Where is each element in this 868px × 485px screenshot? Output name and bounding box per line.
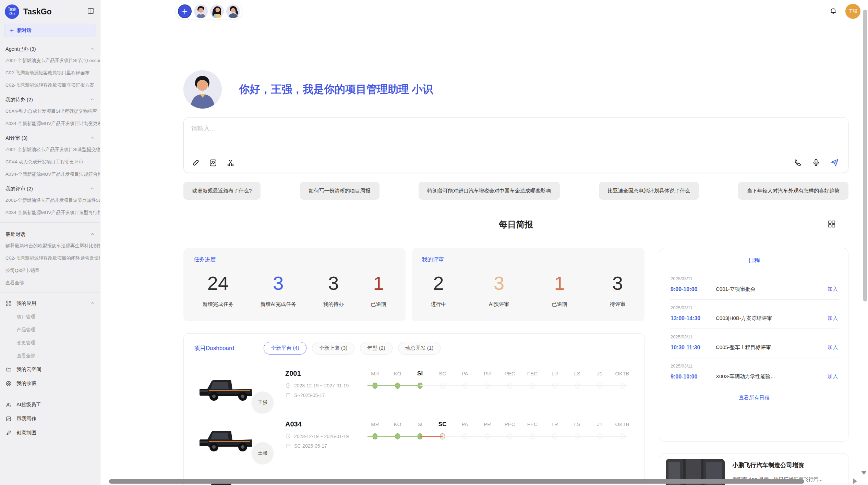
- sidebar-item-my-apps[interactable]: 我的应用: [0, 296, 100, 310]
- view-all-apps-link[interactable]: 查看全部...: [0, 349, 100, 362]
- sidebar-conversation-item[interactable]: Z001-全新燃油轻卡产品开发项目SI造型提交物评审: [0, 144, 100, 156]
- milestone-label: J1: [597, 370, 603, 378]
- recent-chat-item[interactable]: 公司Q3轻卡销量: [0, 264, 100, 277]
- sidebar-conversation-item[interactable]: A034-全新新能源MUV产品开发项目法规符合性评审: [0, 168, 100, 181]
- sidebar-conversation-item[interactable]: A034-全新新能源MUV产品开发项目造型可行性评审: [0, 207, 100, 219]
- app-link[interactable]: 产品管理: [0, 323, 100, 336]
- sidebar-item-cloud-space[interactable]: 我的云空间: [0, 362, 100, 376]
- milestone-track-inner: MRKOSISCPAPRPECFECLRLSJ1OKTB: [375, 420, 622, 449]
- stat-value: 1: [552, 274, 567, 293]
- sidebar-conversation-item[interactable]: C0X4-动力总成开发项目SI里程碑提交物检查: [0, 105, 100, 117]
- milestone-track: MRKOSISCPAPRPECFECLRLSJ1OKTB: [370, 369, 634, 398]
- dashboard-tab[interactable]: 年型 (2): [360, 342, 393, 355]
- sidebar-collapse-icon[interactable]: [87, 7, 95, 16]
- milestone-line-done: [367, 385, 420, 386]
- stats-row: 任务进度 24新增完成任务3新增AI完成任务3我的待办1已逾期 我的评审 2进行…: [183, 248, 644, 321]
- section-title: Agent已办 (3): [5, 46, 90, 52]
- sidebar-section-header[interactable]: 我的待办 (2): [0, 91, 100, 105]
- chevron-up-icon: [90, 46, 95, 52]
- user-avatar[interactable]: 王强: [845, 4, 860, 19]
- sidebar-item-favorites[interactable]: 我的收藏: [0, 376, 100, 390]
- workspace-avatar-1[interactable]: [194, 4, 208, 18]
- add-workspace-button[interactable]: [178, 4, 192, 18]
- suggestion-chip[interactable]: 当下年轻人对汽车外观有怎样的喜好趋势: [738, 182, 848, 200]
- stat-value: 3: [610, 274, 625, 293]
- app-title: TaskGo: [23, 7, 87, 16]
- send-icon[interactable]: [830, 158, 839, 167]
- sidebar-conversation-item[interactable]: A034-全新新能源MUV产品开发项目计划变更表编写: [0, 117, 100, 130]
- task-progress-title: 任务进度: [194, 256, 395, 263]
- stat-label: 已逾期: [552, 301, 567, 308]
- vertical-scrollbar[interactable]: [863, 10, 867, 301]
- suggestion-chip[interactable]: 欧洲新规最近颁布了什么?: [183, 182, 261, 200]
- project-owner-badge: 王强: [252, 391, 274, 413]
- image-icon[interactable]: [209, 159, 217, 167]
- milestone-line-done: [367, 436, 420, 437]
- milestone-line-overdue: [420, 436, 443, 437]
- recent-chat-item[interactable]: 解释最新出台的欧盟报废车法规再生塑料比例被调至15%...: [0, 240, 100, 252]
- project-info: A0342023-12-19 ~ 2026-01-19SC-2025-05-17: [285, 420, 365, 449]
- chat-input[interactable]: [184, 117, 848, 146]
- join-link[interactable]: 加入: [828, 344, 838, 351]
- notification-bell-icon[interactable]: [829, 7, 837, 16]
- event-date: 2025/03/11: [671, 305, 838, 310]
- view-all-chats-link[interactable]: 查看全部...: [0, 277, 100, 289]
- view-all-schedule-link[interactable]: 查看所有日程: [670, 387, 839, 401]
- suggestion-chips: 欧洲新规最近颁布了什么?如何写一份清晰的项目周报特朗普可能对进口汽车增税会对中国…: [183, 182, 848, 200]
- dashboard-tab[interactable]: 全新上装 (3): [312, 342, 355, 355]
- workspace-avatar-2[interactable]: [210, 4, 224, 18]
- sidebar-item-ai-staff[interactable]: AI超级员工: [0, 398, 100, 412]
- sidebar-conversation-item[interactable]: C02-飞腾新能源轻客改款项目里程碑画布: [0, 67, 100, 79]
- new-chat-button[interactable]: 新对话: [4, 24, 96, 37]
- dashboard-title: 项目Dashboard: [194, 344, 234, 352]
- mic-icon[interactable]: [812, 158, 820, 167]
- news-title: 小鹏飞行汽车制造公司增资: [732, 461, 822, 469]
- write-helper-label: 帮我写作: [16, 415, 36, 422]
- suggestion-chip[interactable]: 特朗普可能对进口汽车增税会对中国车企造成哪些影响: [419, 182, 560, 200]
- project-row[interactable]: 王强Z0012023-12-19 ~ 2027-01-19SI-2025-05-…: [194, 369, 634, 405]
- event-row: 9:00-10:00C001-立项审批会加入: [671, 286, 838, 293]
- dashboard-tab[interactable]: 全新平台 (4): [264, 342, 306, 355]
- app-link[interactable]: 项目管理: [0, 310, 100, 323]
- sidebar-section-header[interactable]: Agent已办 (3): [0, 41, 100, 54]
- apps-grid-icon: [5, 300, 12, 307]
- join-link[interactable]: 加入: [828, 286, 838, 293]
- stat-item: 3待评审: [610, 274, 625, 308]
- sidebar-conversation-item[interactable]: Z001-全新燃油皮卡产品开发项目SI节点Lesson Learn报告: [0, 54, 100, 67]
- workspace-avatar-3[interactable]: [226, 4, 240, 18]
- sidebar-item-creative-draw[interactable]: 创意制图: [0, 426, 100, 440]
- scroll-right-arrow[interactable]: [853, 478, 857, 484]
- scroll-down-arrow[interactable]: [861, 471, 867, 475]
- sidebar-conversation-item[interactable]: Z001-全新燃油轻卡产品开发项目SI节点属性5D文件评审: [0, 194, 100, 207]
- join-link[interactable]: 加入: [828, 315, 838, 322]
- event-row: 9:00-10:00X003-车辆动力学性能验...加入: [671, 373, 838, 380]
- schedule-card: 日程 2025/03/119:00-10:00C001-立项审批会加入2025/…: [660, 248, 848, 442]
- layout-grid-icon[interactable]: [827, 220, 836, 230]
- sidebar-conversation-item[interactable]: C02-飞腾新能源轻客改款项目立项汇报方案: [0, 79, 100, 91]
- sidebar-section-header[interactable]: 我的评审 (2): [0, 181, 100, 194]
- paperclip-icon[interactable]: [191, 159, 200, 167]
- suggestion-chip[interactable]: 如何写一份清晰的项目周报: [300, 182, 379, 200]
- chevron-up-icon: [90, 232, 95, 238]
- phone-icon[interactable]: [794, 158, 802, 167]
- project-row[interactable]: 王强A0342023-12-19 ~ 2026-01-19SC-2025-05-…: [194, 420, 634, 456]
- recent-chat-item[interactable]: C02-飞腾新能源轻客改款项目的闭环通告反馈情况: [0, 252, 100, 264]
- stat-value: 3: [261, 274, 296, 293]
- milestone-track: MRKOSISCPAPRPECFECLRLSJ1OKTB: [370, 420, 634, 449]
- horizontal-scrollbar[interactable]: [109, 479, 804, 484]
- sidebar-conversation-item[interactable]: C0X4-动力总成开发项目工程变更评审: [0, 156, 100, 168]
- scissors-icon[interactable]: [226, 159, 235, 167]
- app-link[interactable]: 变更管理: [0, 336, 100, 349]
- milestone-label: J1: [597, 420, 603, 428]
- sidebar-item-write-helper[interactable]: 帮我写作: [0, 412, 100, 426]
- recent-chats-header[interactable]: 最近对话: [0, 226, 100, 240]
- sidebar-section-header[interactable]: AI评审 (3): [0, 130, 100, 144]
- stat-value: 1: [371, 274, 386, 293]
- project-image: 王强: [194, 369, 259, 405]
- schedule-event: 2025/03/119:00-10:00C001-立项审批会加入: [670, 271, 839, 300]
- suggestion-chip[interactable]: 比亚迪全固态电池计划具体说了什么: [599, 182, 699, 200]
- dashboard-tab[interactable]: 动总开发 (1): [398, 342, 441, 355]
- divider: [0, 394, 100, 394]
- milestone-label: OKTB: [615, 420, 629, 428]
- join-link[interactable]: 加入: [828, 373, 838, 380]
